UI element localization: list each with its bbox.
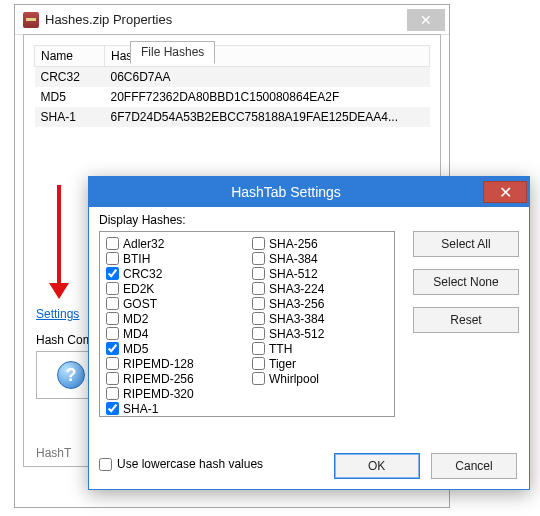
hash-option-md4[interactable]: MD4: [106, 326, 246, 341]
hash-option-label: RIPEMD-128: [123, 357, 194, 371]
hash-checkbox[interactable]: [252, 297, 265, 310]
hash-checkbox[interactable]: [252, 282, 265, 295]
hash-option-label: RIPEMD-256: [123, 372, 194, 386]
settings-side-buttons: Select All Select None Reset: [413, 231, 519, 345]
hash-option-label: Adler32: [123, 237, 164, 251]
properties-close-button[interactable]: ✕: [407, 9, 445, 31]
close-icon: ✕: [420, 12, 432, 28]
hash-checkbox[interactable]: [106, 282, 119, 295]
hash-option-label: SHA-384: [269, 252, 318, 266]
lowercase-checkbox[interactable]: [99, 458, 112, 471]
hash-option-sha3-512[interactable]: SHA3-512: [252, 326, 392, 341]
properties-title: Hashes.zip Properties: [45, 12, 407, 27]
properties-titlebar[interactable]: Hashes.zip Properties ✕: [15, 5, 449, 35]
hash-option-label: SHA-256: [269, 237, 318, 251]
hash-checkbox[interactable]: [252, 252, 265, 265]
hash-table: Name Hash Value CRC3206C6D7AA MD520FFF72…: [34, 45, 430, 127]
hash-option-label: SHA3-384: [269, 312, 324, 326]
select-all-button[interactable]: Select All: [413, 231, 519, 257]
close-icon: ✕: [499, 183, 512, 202]
select-none-button[interactable]: Select None: [413, 269, 519, 295]
lowercase-label: Use lowercase hash values: [117, 457, 263, 471]
hash-option-ripemd-320[interactable]: RIPEMD-320: [106, 386, 246, 401]
hash-option-label: SHA3-256: [269, 297, 324, 311]
hash-option-label: MD2: [123, 312, 148, 326]
hash-checkbox[interactable]: [106, 237, 119, 250]
hash-checkbox[interactable]: [106, 312, 119, 325]
hash-checkbox[interactable]: [106, 357, 119, 370]
annotation-arrow: [50, 185, 70, 305]
hash-option-label: RIPEMD-320: [123, 387, 194, 401]
settings-close-button[interactable]: ✕: [483, 181, 527, 203]
tab-file-hashes[interactable]: File Hashes: [130, 41, 215, 64]
hash-checkbox[interactable]: [106, 327, 119, 340]
hash-checkbox[interactable]: [252, 312, 265, 325]
hash-option-tth[interactable]: TTH: [252, 341, 392, 356]
hash-option-md5[interactable]: MD5: [106, 341, 246, 356]
hash-option-label: SHA-1: [123, 402, 158, 416]
lowercase-option[interactable]: Use lowercase hash values: [99, 457, 263, 471]
settings-dialog-buttons: OK Cancel: [326, 453, 517, 479]
hash-option-ripemd-128[interactable]: RIPEMD-128: [106, 356, 246, 371]
hash-checkbox[interactable]: [106, 402, 119, 415]
hash-option-label: ED2K: [123, 282, 154, 296]
hash-checkbox[interactable]: [252, 342, 265, 355]
hash-option-ed2k[interactable]: ED2K: [106, 281, 246, 296]
hash-option-label: SHA3-512: [269, 327, 324, 341]
hash-option-label: BTIH: [123, 252, 150, 266]
help-icon[interactable]: ?: [57, 361, 85, 389]
table-row[interactable]: CRC3206C6D7AA: [35, 67, 430, 88]
hash-option-md2[interactable]: MD2: [106, 311, 246, 326]
hash-option-sha3-384[interactable]: SHA3-384: [252, 311, 392, 326]
cancel-button[interactable]: Cancel: [431, 453, 517, 479]
hash-algorithms-list: Adler32BTIHCRC32ED2KGOSTMD2MD4MD5RIPEMD-…: [99, 231, 395, 417]
archive-icon: [23, 12, 39, 28]
table-row[interactable]: SHA-16F7D24D54A53B2EBCC758188A19FAE125DE…: [35, 107, 430, 127]
settings-link[interactable]: Settings: [36, 307, 79, 321]
hash-option-adler32[interactable]: Adler32: [106, 236, 246, 251]
table-row[interactable]: MD520FFF72362DA80BBD1C150080864EA2F: [35, 87, 430, 107]
hash-checkbox[interactable]: [106, 267, 119, 280]
hash-option-sha3-256[interactable]: SHA3-256: [252, 296, 392, 311]
hash-checkbox[interactable]: [106, 342, 119, 355]
hash-option-whirlpool[interactable]: Whirlpool: [252, 371, 392, 386]
hashtab-footer-text: HashT: [36, 446, 71, 460]
hash-checkbox[interactable]: [106, 297, 119, 310]
hash-option-label: Whirlpool: [269, 372, 319, 386]
hash-checkbox[interactable]: [252, 267, 265, 280]
hash-checkbox[interactable]: [252, 327, 265, 340]
hash-checkbox[interactable]: [252, 372, 265, 385]
hash-option-tiger[interactable]: Tiger: [252, 356, 392, 371]
hash-checkbox[interactable]: [106, 252, 119, 265]
hash-checkbox[interactable]: [106, 387, 119, 400]
col-name[interactable]: Name: [35, 46, 105, 67]
hash-checkbox[interactable]: [106, 372, 119, 385]
hash-option-label: SHA-512: [269, 267, 318, 281]
hash-option-sha3-224[interactable]: SHA3-224: [252, 281, 392, 296]
hash-option-label: Tiger: [269, 357, 296, 371]
hash-option-gost[interactable]: GOST: [106, 296, 246, 311]
hash-option-label: MD4: [123, 327, 148, 341]
hashtab-settings-dialog: HashTab Settings ✕ Display Hashes: Adler…: [88, 176, 530, 490]
settings-titlebar[interactable]: HashTab Settings ✕: [89, 177, 529, 207]
hash-option-ripemd-256[interactable]: RIPEMD-256: [106, 371, 246, 386]
hash-option-btih[interactable]: BTIH: [106, 251, 246, 266]
hash-checkbox[interactable]: [252, 357, 265, 370]
display-hashes-label: Display Hashes:: [99, 213, 186, 227]
settings-body: Display Hashes: Adler32BTIHCRC32ED2KGOST…: [99, 213, 519, 445]
settings-title: HashTab Settings: [89, 184, 483, 200]
hash-option-sha-1[interactable]: SHA-1: [106, 401, 246, 416]
hash-option-sha-256[interactable]: SHA-256: [252, 236, 392, 251]
hash-option-sha-384[interactable]: SHA-384: [252, 251, 392, 266]
ok-button[interactable]: OK: [334, 453, 420, 479]
hash-checkbox[interactable]: [252, 237, 265, 250]
reset-button[interactable]: Reset: [413, 307, 519, 333]
hash-option-label: SHA3-224: [269, 282, 324, 296]
hash-option-label: GOST: [123, 297, 157, 311]
hash-option-crc32[interactable]: CRC32: [106, 266, 246, 281]
hash-option-label: CRC32: [123, 267, 162, 281]
hash-option-sha-512[interactable]: SHA-512: [252, 266, 392, 281]
hash-option-label: TTH: [269, 342, 292, 356]
hash-option-label: MD5: [123, 342, 148, 356]
